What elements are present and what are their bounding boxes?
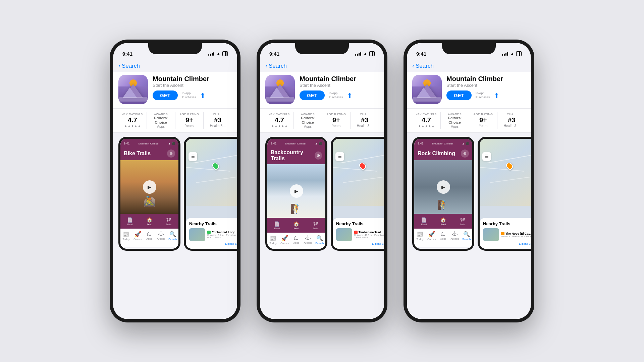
trail-stats: Distance: 41.5 mi · Elevation: 7320 ft ·…	[354, 234, 384, 239]
trails-icon: 🗺	[460, 217, 465, 223]
screenshots-scroll: 9:41 Mountain Climber ▲ ⬛ Backcountry Tr…	[260, 137, 384, 251]
trail-thumbnail-bg	[483, 228, 499, 241]
rating-count-item: 41K RATINGS 4.7 ★★★★★	[412, 112, 441, 129]
tab-arcade[interactable]: 🕹 Arcade	[155, 231, 167, 240]
screenshots-area: 9:41 Mountain Climber ▲ ⬛ Backcountry Tr…	[260, 133, 384, 260]
status-icons: ▲ ▐	[502, 51, 522, 56]
share-button[interactable]: ⬆	[200, 92, 206, 100]
tab-games[interactable]: 🚀 Games	[279, 235, 291, 245]
phone-1: 9:41 ▲ ▐ ‹ Search	[110, 40, 240, 322]
map-filter-icon[interactable]: ☰	[189, 152, 197, 161]
purple-action-bar: 📄 Read 🏠 Feed 🗺 Trails	[120, 214, 178, 229]
tab-arcade[interactable]: 🕹 Arcade	[449, 231, 461, 240]
expand-button[interactable]: Expand Se...	[336, 242, 384, 245]
back-arrow-icon[interactable]: ‹	[118, 62, 120, 69]
map-area: ☰	[480, 139, 531, 206]
nearby-trails-title: Nearby Trails	[483, 221, 531, 226]
rating-count-item: 41K RATINGS 4.7 ★★★★★	[265, 112, 294, 129]
tab-search[interactable]: 🔍 Search	[314, 235, 325, 245]
back-arrow-icon[interactable]: ‹	[412, 62, 414, 69]
app-header: Mountain Climber Start the Ascent GET In…	[407, 72, 531, 109]
battery-icon: ▐	[369, 51, 375, 56]
signal-icon	[355, 52, 361, 56]
signal-icon	[502, 52, 508, 56]
tab-search-label: Search	[168, 238, 177, 241]
feed-label: Feed	[441, 223, 446, 226]
get-button[interactable]: GET	[446, 90, 472, 100]
road-line-3	[196, 176, 237, 183]
share-button[interactable]: ⬆	[494, 92, 499, 100]
tab-arcade[interactable]: 🕹 Arcade	[302, 235, 314, 244]
tab-games[interactable]: 🚀 Games	[132, 231, 144, 241]
read-icon: 📄	[274, 221, 280, 227]
awards-label: AWARDS	[295, 113, 321, 116]
tab-search[interactable]: 🔍 Search	[167, 231, 178, 241]
tab-games-label: Games	[280, 242, 289, 245]
share-button[interactable]: ⬆	[347, 92, 353, 100]
ratings-bar: 41K RATINGS 4.7 ★★★★★ AWARDS Editors'Cho…	[407, 109, 531, 133]
age-item: AGE RATING 9+ Years	[322, 112, 351, 129]
screenshot-2-inner: ☰ Nearby Trails	[480, 139, 531, 249]
expand-button[interactable]: Expand Se...	[189, 242, 237, 245]
status-time: 9:41	[416, 51, 426, 57]
play-button[interactable]: ▶	[437, 180, 450, 194]
road-line-3	[490, 176, 531, 183]
tab-arcade-icon: 🕹	[158, 231, 164, 237]
action-trails: 🗺 Trails	[460, 217, 466, 226]
tab-apps[interactable]: 🗂 Apps	[290, 235, 302, 244]
back-arrow-icon[interactable]: ‹	[265, 62, 267, 69]
awards-item: AWARDS Editors'Choice Apps	[441, 112, 469, 129]
tab-apps-icon: 🗂	[293, 235, 299, 241]
chart-sub: Health &...	[352, 124, 377, 128]
age-value: 9+	[471, 116, 496, 124]
screenshot-statusbar: 9:41 Mountain Climber ▲ ⬛	[267, 139, 325, 148]
back-text[interactable]: Search	[122, 63, 140, 69]
tab-today[interactable]: 📰 Today	[414, 231, 426, 241]
trail-difficulty-dot	[207, 231, 211, 234]
nav-back: ‹ Search	[407, 60, 531, 72]
tab-apps-icon: 🗂	[147, 231, 152, 237]
tab-today[interactable]: 📰 Today	[120, 231, 132, 241]
tab-search[interactable]: 🔍 Search	[461, 231, 472, 241]
purple-action-bar: 📄 Read 🏠 Feed 🗺 Trails	[414, 214, 472, 229]
trails-icon: 🗺	[313, 221, 318, 227]
age-item: AGE RATING 9+ Years	[469, 112, 498, 129]
screenshot-2: ☰ Nearby Trails	[184, 137, 237, 251]
snow-decoration	[118, 97, 148, 102]
chart-label: CHA...	[205, 113, 230, 116]
expand-button[interactable]: Expand Se...	[483, 242, 531, 245]
age-label: AGE RATING	[177, 113, 202, 116]
map-filter-icon[interactable]: ☰	[335, 152, 344, 161]
app-subtitle: Start the Ascent	[446, 83, 526, 88]
status-icons: ▲ ▐	[208, 51, 228, 56]
app-actions: GET In-AppPurchases ⬆	[446, 90, 526, 100]
get-button[interactable]: GET	[153, 90, 178, 100]
play-button[interactable]: ▶	[143, 180, 156, 194]
screenshots-scroll: 9:41 Mountain Climber ▲ ⬛ Bike Trails	[113, 137, 237, 251]
tab-games[interactable]: 🚀 Games	[426, 231, 438, 241]
tab-apps-icon: 🗂	[440, 231, 446, 237]
tab-today-icon: 📰	[417, 231, 423, 237]
map-filter-icon[interactable]: ☰	[482, 152, 491, 161]
back-text[interactable]: Search	[416, 63, 434, 69]
age-value: 9+	[324, 116, 349, 124]
tab-apps[interactable]: 🗂 Apps	[437, 231, 449, 240]
nearby-trails-title: Nearby Trails	[336, 221, 384, 226]
in-app-purchases-text: In-AppPurchases	[476, 92, 490, 99]
tab-today[interactable]: 📰 Today	[267, 235, 279, 245]
tab-apps[interactable]: 🗂 Apps	[144, 231, 155, 240]
app-name: Mountain Climber	[446, 75, 526, 83]
read-icon: 📄	[421, 217, 427, 223]
app-name: Mountain Climber	[153, 75, 232, 83]
screenshot-header: Backcountry Trails ⊕	[267, 148, 325, 164]
trail-thumbnail	[189, 228, 205, 241]
trail-item-1: Timberline Trail Distance: 41.5 mi · Ele…	[336, 228, 384, 241]
screenshot-app-label: Mountain Climber	[285, 142, 306, 145]
rating-count-label: 41K RATINGS	[414, 113, 439, 116]
get-button[interactable]: GET	[300, 90, 325, 100]
feed-icon: 🏠	[147, 217, 152, 223]
awards-item: AWARDS Editors'Choice Apps	[147, 112, 175, 129]
back-text[interactable]: Search	[269, 63, 287, 69]
play-button[interactable]: ▶	[290, 184, 303, 198]
app-info: Mountain Climber Start the Ascent GET In…	[446, 75, 526, 104]
